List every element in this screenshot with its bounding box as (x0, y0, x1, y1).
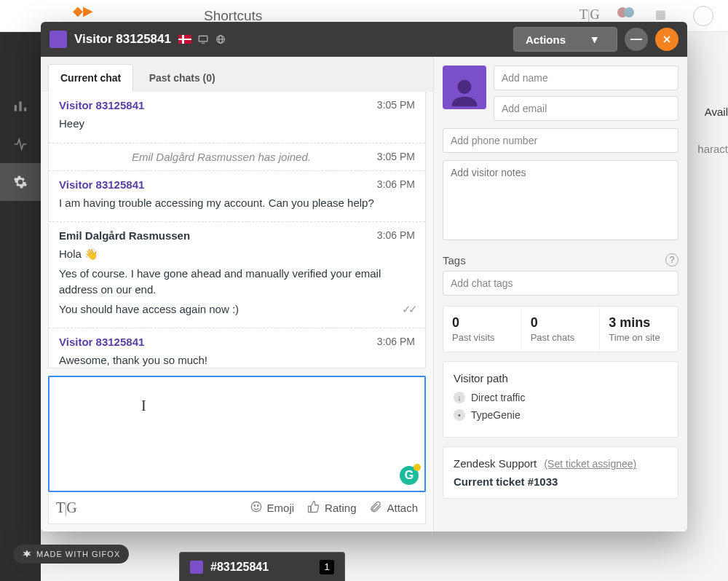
message-sender: Visitor 83125841 (59, 336, 144, 348)
nav-icon-bars[interactable] (0, 87, 41, 125)
typegenie-logo-icon[interactable]: T|G (56, 499, 76, 516)
message-time: 3:06 PM (377, 336, 415, 348)
minimize-button[interactable]: — (625, 28, 648, 51)
phone-input[interactable] (443, 128, 678, 153)
notes-textarea[interactable] (443, 160, 678, 240)
message: Visitor 83125841 3:06 PM I am having tro… (49, 170, 425, 222)
current-ticket-label: Current ticket #1033 (454, 475, 668, 488)
past-chats-value: 0 (531, 315, 591, 331)
path-item: • TypeGenie (454, 409, 668, 421)
unread-badge: 1 (320, 560, 334, 574)
email-input[interactable] (494, 96, 678, 121)
grammarly-icon[interactable]: G (400, 466, 419, 485)
message-list[interactable]: Visitor 83125841 3:05 PM Heey Emil Dalgå… (48, 92, 426, 368)
compose-toolbar: T|G Emoji Rating (48, 492, 426, 524)
close-button[interactable] (655, 28, 678, 51)
name-input[interactable] (494, 66, 678, 90)
tab-current-chat[interactable]: Current chat (48, 64, 133, 92)
bg-text: Avail (705, 106, 728, 118)
svg-point-11 (254, 505, 256, 506)
chat-tabs: Current chat Past chats (0) (41, 57, 433, 92)
visitor-avatar-icon (50, 31, 67, 48)
rating-button[interactable]: Rating (307, 500, 356, 516)
tags-heading: Tags (443, 254, 466, 266)
thumbs-up-icon (307, 500, 320, 516)
message-sender: Visitor 83125841 (59, 178, 144, 191)
chat-column: Current chat Past chats (0) Visitor 8312… (41, 57, 434, 531)
globe-icon (215, 33, 226, 45)
help-icon[interactable]: ? (665, 253, 678, 266)
svg-rect-13 (309, 506, 311, 512)
visitor-avatar-icon (190, 561, 203, 574)
chevron-down-icon: ▾ (592, 33, 598, 46)
visitor-info-panel: Tags ? 0 Past visits 0 Past chats 3 mins… (434, 57, 687, 531)
attach-button[interactable]: Attach (369, 500, 418, 516)
arrow-down-icon: ↓ (454, 392, 465, 403)
message-sender: Visitor 83125841 (59, 99, 144, 111)
message-input[interactable]: I G (48, 376, 426, 492)
tags-input[interactable] (443, 271, 678, 296)
emoji-button[interactable]: Emoji (250, 500, 295, 516)
text-cursor-icon: I (141, 398, 146, 414)
tab-past-chats[interactable]: Past chats (0) (137, 64, 228, 92)
set-ticket-assignee-link[interactable]: (Set ticket assignee) (544, 458, 636, 470)
svg-rect-0 (15, 105, 17, 111)
message-sender: Emil Dalgård Rasmussen (59, 229, 190, 242)
nav-icon-pulse[interactable] (0, 125, 41, 163)
visitor-path-card: Visitor path ↓ Direct traffic • TypeGeni… (443, 361, 678, 438)
visitor-stats: 0 Past visits 0 Past chats 3 mins Time o… (443, 306, 678, 352)
app-logo: ◆▶ (73, 3, 93, 19)
chat-window: Visitor 83125841 Actions ▾ — Current cha… (41, 22, 687, 531)
message-time: 3:06 PM (377, 178, 415, 191)
path-item: ↓ Direct traffic (454, 392, 668, 403)
system-message: Emil Dalgård Rasmussen has joined. 3:05 … (49, 143, 425, 170)
app-sidebar (0, 0, 41, 581)
delivered-icon: ✓✓ (402, 301, 415, 318)
emoji-icon (250, 500, 263, 516)
message: Visitor 83125841 3:06 PM Awesome, thank … (49, 328, 425, 368)
minimized-chat-tab[interactable]: #83125841 1 (179, 552, 345, 581)
flag-dk-icon (178, 35, 191, 44)
actions-dropdown[interactable]: Actions ▾ (513, 27, 617, 52)
time-on-site-value: 3 mins (609, 315, 669, 331)
zendesk-card: Zendesk Support (Set ticket assignee) Cu… (443, 446, 678, 499)
bg-text2: haract (697, 143, 728, 155)
svg-rect-2 (24, 108, 26, 111)
paperclip-icon (369, 500, 382, 516)
monitor-icon (197, 33, 209, 45)
dot-icon: • (454, 409, 465, 421)
message: Visitor 83125841 3:05 PM Heey (49, 92, 425, 143)
visitor-title: Visitor 83125841 (74, 32, 171, 47)
nav-icon-settings[interactable] (0, 163, 41, 201)
past-visits-value: 0 (452, 315, 513, 331)
compose-area: I G T|G Emoji Rating (48, 376, 426, 524)
message-time: 3:06 PM (377, 229, 415, 242)
svg-rect-1 (19, 101, 21, 111)
visitor-avatar (443, 66, 486, 109)
chat-window-header: Visitor 83125841 Actions ▾ — (41, 22, 687, 57)
gifox-watermark: MADE WITH GIFOX (13, 545, 129, 564)
svg-point-10 (251, 502, 261, 512)
message: Emil Dalgård Rasmussen 3:06 PM Hola 👋 Ye… (49, 221, 425, 328)
svg-point-12 (257, 505, 258, 506)
svg-rect-3 (199, 36, 207, 42)
message-time: 3:05 PM (377, 99, 415, 111)
